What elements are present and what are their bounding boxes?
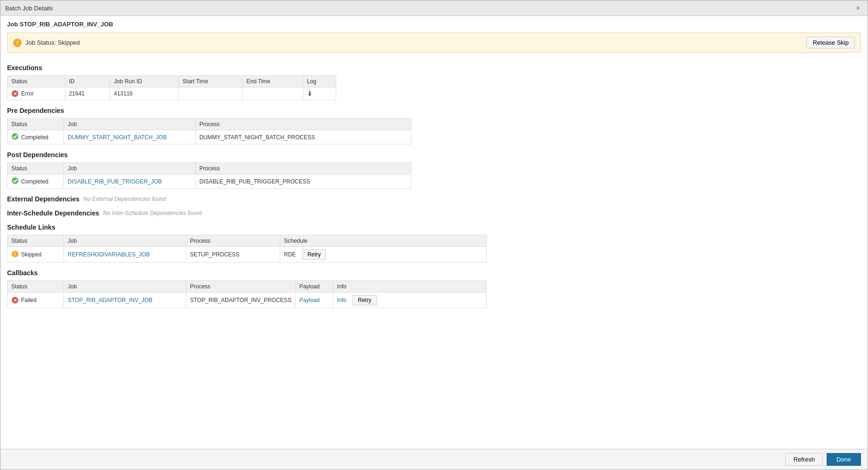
cb-col-status: Status <box>8 281 64 293</box>
warning-icon: ! <box>13 39 22 47</box>
completed-icon <box>11 177 19 186</box>
inter-schedule-deps-title: Inter-Schedule Dependencies <box>7 209 99 217</box>
svg-text:✕: ✕ <box>13 298 17 303</box>
external-deps-title: External Dependencies <box>7 195 79 203</box>
sl-process-cell: SETUP_PROCESS <box>186 247 280 263</box>
cb-info-link[interactable]: Info <box>337 297 347 303</box>
table-row: ✕ Error 21641 413116 ⬇ <box>8 88 336 100</box>
executions-table-body: ✕ Error 21641 413116 ⬇ <box>8 88 336 100</box>
svg-text:✕: ✕ <box>13 91 17 96</box>
post-deps-section-title: Post Dependencies <box>7 151 861 159</box>
exec-id-cell: 21641 <box>65 88 110 100</box>
pre-status-cell: Completed <box>8 130 64 144</box>
pre-col-process: Process <box>196 119 411 130</box>
pre-deps-table: Status Job Process <box>7 118 411 144</box>
cb-job-link[interactable]: STOP_RIB_ADAPTOR_INV_JOB <box>68 297 152 303</box>
error-icon: ✕ <box>11 296 19 304</box>
cb-payload-link[interactable]: Payload <box>300 297 320 303</box>
pre-deps-table-body: Completed DUMMY_START_NIGHT_BATCH_JOB DU… <box>8 130 411 144</box>
exec-status-label: Error <box>21 90 34 97</box>
svg-text:!: ! <box>14 252 16 257</box>
exec-job-run-id-cell: 413116 <box>110 88 179 100</box>
refresh-button[interactable]: Refresh <box>785 453 823 466</box>
inter-schedule-deps-empty-text: No Inter-Schedule Dependencies found <box>103 210 202 216</box>
executions-table-header: Status ID Job Run ID Start Time End Time… <box>8 76 336 88</box>
cb-payload-cell: Payload <box>295 293 333 308</box>
exec-end-time-cell <box>243 88 303 100</box>
close-button[interactable]: × <box>853 3 863 13</box>
footer-bar: Refresh Done <box>0 449 868 470</box>
window-title: Batch Job Details <box>5 5 53 12</box>
post-job-link[interactable]: DISABLE_RIB_PUB_TRIGGER_JOB <box>68 178 162 185</box>
cb-process-cell: STOP_RIB_ADAPTOR_INV_PROCESS <box>186 293 296 308</box>
post-job-cell: DISABLE_RIB_PUB_TRIGGER_JOB <box>64 175 196 189</box>
post-col-status: Status <box>8 163 64 175</box>
main-content: Job STOP_RIB_ADAPTOR_INV_JOB ! Job Statu… <box>0 16 868 470</box>
cb-status-cell: ✕ Failed <box>8 293 64 308</box>
cb-col-info: Info <box>333 281 486 293</box>
status-banner-left: ! Job Status: Skipped <box>13 39 80 47</box>
schedule-links-table-body: ! Skipped REFRESHODIVARIABLES_JOB SETUP_… <box>8 247 487 263</box>
job-status-text: Job Status: Skipped <box>25 39 80 46</box>
pre-job-link[interactable]: DUMMY_START_NIGHT_BATCH_JOB <box>68 134 167 141</box>
post-status-cell: Completed <box>8 175 64 189</box>
external-deps-header-row: External Dependencies No External Depend… <box>7 195 861 203</box>
table-row: Completed DISABLE_RIB_PUB_TRIGGER_JOB DI… <box>8 175 411 189</box>
post-process-cell: DISABLE_RIB_PUB_TRIGGER_PROCESS <box>196 175 411 189</box>
sl-col-schedule: Schedule <box>280 235 487 247</box>
pre-job-cell: DUMMY_START_NIGHT_BATCH_JOB <box>64 130 196 144</box>
schedule-links-section-title: Schedule Links <box>7 223 861 231</box>
callbacks-table-body: ✕ Failed STOP_RIB_ADAPTOR_INV_JOB STOP_R… <box>8 293 487 308</box>
cb-col-job: Job <box>64 281 186 293</box>
exec-col-id: ID <box>65 76 110 88</box>
release-skip-button[interactable]: Release Skip <box>806 37 855 48</box>
external-deps-empty-text: No External Dependencies found <box>83 196 166 202</box>
post-deps-table: Status Job Process <box>7 162 411 189</box>
schedule-links-table-header: Status Job Process Schedule <box>8 235 487 247</box>
done-button[interactable]: Done <box>827 453 861 466</box>
callbacks-table: Status Job Process Payload Info <box>7 280 487 308</box>
post-col-process: Process <box>196 163 411 175</box>
error-icon: ✕ <box>11 90 19 97</box>
exec-col-start-time: Start Time <box>179 76 243 88</box>
schedule-links-table: Status Job Process Schedule <box>7 235 487 263</box>
schedule-links-retry-button[interactable]: Retry <box>302 249 326 260</box>
exec-col-log: Log <box>303 76 336 88</box>
callbacks-section-title: Callbacks <box>7 269 861 277</box>
cb-job-cell: STOP_RIB_ADAPTOR_INV_JOB <box>64 293 186 308</box>
exec-status-cell: ✕ Error <box>8 88 65 100</box>
pre-deps-section-title: Pre Dependencies <box>7 107 861 114</box>
pre-col-job: Job <box>64 119 196 130</box>
sl-status-label: Skipped <box>21 251 41 258</box>
batch-job-details-window: Batch Job Details × Job STOP_RIB_ADAPTOR… <box>0 0 868 470</box>
post-col-job: Job <box>64 163 196 175</box>
post-status-label: Completed <box>21 178 48 185</box>
cb-col-process: Process <box>186 281 296 293</box>
inter-schedule-deps-header-row: Inter-Schedule Dependencies No Inter-Sch… <box>7 209 861 217</box>
pre-process-cell: DUMMY_START_NIGHT_BATCH_PROCESS <box>196 130 411 144</box>
download-log-icon[interactable]: ⬇ <box>307 90 313 97</box>
table-row: ✕ Failed STOP_RIB_ADAPTOR_INV_JOB STOP_R… <box>8 293 487 308</box>
sl-job-cell: REFRESHODIVARIABLES_JOB <box>64 247 186 263</box>
pre-status-label: Completed <box>21 134 48 141</box>
pre-col-status: Status <box>8 119 64 130</box>
cb-info-cell: Info Retry <box>333 293 486 308</box>
sl-job-link[interactable]: REFRESHODIVARIABLES_JOB <box>68 251 150 258</box>
executions-section-title: Executions <box>7 64 861 72</box>
skipped-icon: ! <box>11 250 19 259</box>
post-deps-table-header: Status Job Process <box>8 163 411 175</box>
table-row: ! Skipped REFRESHODIVARIABLES_JOB SETUP_… <box>8 247 487 263</box>
exec-start-time-cell <box>179 88 243 100</box>
svg-point-3 <box>12 177 18 184</box>
completed-icon <box>11 133 19 142</box>
sl-schedule-value: RDE <box>284 251 296 258</box>
exec-col-job-run-id: Job Run ID <box>110 76 179 88</box>
main-body: Executions Status ID Job Run ID Start Ti… <box>0 57 868 449</box>
callbacks-retry-button[interactable]: Retry <box>353 295 377 305</box>
cb-col-payload: Payload <box>295 281 333 293</box>
sl-col-status: Status <box>8 235 64 247</box>
pre-deps-table-header: Status Job Process <box>8 119 411 130</box>
sl-status-cell: ! Skipped <box>8 247 64 263</box>
cb-status-label: Failed <box>21 297 37 303</box>
sl-schedule-cell: RDE Retry <box>280 247 487 263</box>
